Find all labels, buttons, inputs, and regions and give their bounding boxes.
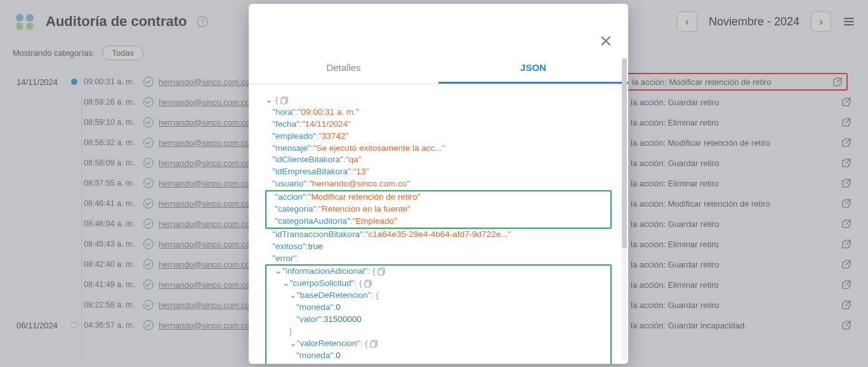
modal-tabs: Detalles JSON <box>249 53 628 84</box>
detail-modal: ✕ Detalles JSON ⌄ { "hora":"09:00:31 a. … <box>249 4 628 364</box>
svg-rect-14 <box>378 269 383 275</box>
json-viewer[interactable]: ⌄ { "hora":"09:00:31 a. m." "fecha":"14/… <box>249 84 628 364</box>
highlight-info: ⌄"informacionAdicional": { ⌄"cuerpoSolic… <box>265 264 612 364</box>
scrollbar-thumb[interactable] <box>622 58 627 248</box>
tab-json[interactable]: JSON <box>438 53 628 84</box>
svg-rect-12 <box>281 98 286 104</box>
copy-icon[interactable] <box>378 267 386 276</box>
svg-rect-16 <box>365 281 370 287</box>
copy-icon[interactable] <box>364 280 372 288</box>
tab-details[interactable]: Detalles <box>249 53 438 84</box>
highlight-categoria: "accion":"Modificar retención de retiro"… <box>265 190 612 229</box>
copy-icon[interactable] <box>280 96 289 105</box>
close-button[interactable]: ✕ <box>599 32 613 51</box>
copy-icon[interactable] <box>370 340 378 348</box>
svg-rect-18 <box>371 342 376 347</box>
